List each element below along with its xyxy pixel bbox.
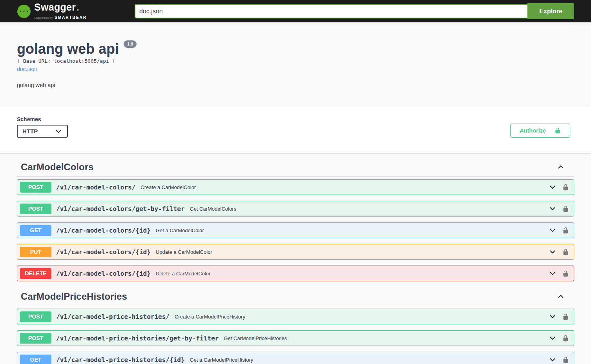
- swagger-logo-icon: {···}: [17, 4, 31, 18]
- explore-button[interactable]: Explore: [527, 3, 574, 19]
- method-badge: POST: [20, 333, 51, 344]
- method-badge: POST: [20, 204, 51, 214]
- unlocked-padlock-icon: [555, 127, 561, 134]
- chevron-down-icon[interactable]: [549, 313, 556, 320]
- method-badge: GET: [20, 355, 51, 364]
- chevron-down-icon[interactable]: [549, 269, 556, 277]
- svg-text:{···}: {···}: [17, 8, 31, 15]
- logo-supported-by: Supported by SMARTBEAR: [34, 13, 87, 20]
- swagger-logo[interactable]: {···} Swagger Supported by SMARTBEAR: [17, 2, 87, 20]
- operation-path: /v1/car-model-price-histories/: [56, 313, 170, 320]
- chevron-up-icon[interactable]: [557, 293, 565, 300]
- info-section: golang web api1.0 [ Base URL: localhost:…: [0, 22, 591, 107]
- api-description: golang web api: [17, 82, 574, 88]
- operation-row[interactable]: PUT /v1/car-model-colors/{id} Update a C…: [17, 244, 574, 260]
- tag-section: CarModelColors POST /v1/car-model-colors…: [17, 158, 574, 281]
- operation-row[interactable]: POST /v1/car-model-price-histories/ Crea…: [17, 309, 574, 324]
- operation-path: /v1/car-model-price-histories/{id}: [56, 356, 185, 364]
- unlocked-padlock-icon[interactable]: [562, 227, 569, 234]
- logo-trademark-dot: [77, 9, 78, 11]
- tag-header[interactable]: CarModelPriceHistories: [17, 287, 574, 306]
- chevron-down-icon[interactable]: [549, 356, 556, 364]
- method-badge: POST: [20, 311, 51, 322]
- api-title-text: golang web api: [17, 41, 119, 57]
- base-url: [ Base URL: localhost:5005/api ]: [17, 58, 574, 64]
- scheme-section: Schemes HTTP Authorize: [0, 107, 591, 153]
- operation-row[interactable]: GET /v1/car-model-colors/{id} Get a CarM…: [17, 222, 574, 238]
- chevron-down-icon[interactable]: [549, 205, 556, 213]
- topbar: {···} Swagger Supported by SMARTBEAR Exp…: [0, 0, 591, 22]
- chevron-down-icon[interactable]: [549, 334, 556, 342]
- spec-link[interactable]: doc.json: [17, 66, 37, 72]
- operation-row[interactable]: POST /v1/car-model-colors/ Create a CarM…: [17, 179, 574, 195]
- unlocked-padlock-icon[interactable]: [562, 249, 569, 255]
- operation-path: /v1/car-model-colors/{id}: [56, 270, 151, 277]
- operation-summary: Create a CarModelColor: [140, 184, 549, 190]
- operation-path: /v1/car-model-colors/: [56, 184, 135, 191]
- operation-path: /v1/car-model-colors/get-by-filter: [56, 205, 185, 213]
- operations-container: CarModelColors POST /v1/car-model-colors…: [17, 153, 574, 364]
- operation-list: POST /v1/car-model-price-histories/ Crea…: [17, 309, 574, 364]
- spec-url-form: Explore: [135, 3, 574, 19]
- operation-summary: Delete a CarModelColor: [156, 271, 549, 277]
- operation-path: /v1/car-model-colors/{id}: [56, 227, 151, 234]
- schemes-select[interactable]: HTTP: [17, 125, 68, 138]
- chevron-up-icon[interactable]: [557, 163, 565, 171]
- operation-list: POST /v1/car-model-colors/ Create a CarM…: [17, 179, 574, 281]
- chevron-down-icon[interactable]: [549, 183, 556, 191]
- unlocked-padlock-icon[interactable]: [562, 206, 569, 212]
- operation-row[interactable]: DELETE /v1/car-model-colors/{id} Delete …: [17, 266, 574, 281]
- schemes-label: Schemes: [17, 116, 68, 122]
- chevron-down-icon[interactable]: [549, 226, 556, 234]
- unlocked-padlock-icon[interactable]: [562, 184, 569, 191]
- chevron-down-icon[interactable]: [549, 248, 556, 256]
- method-badge: DELETE: [20, 268, 51, 279]
- tag-title: CarModelColors: [21, 162, 557, 173]
- operation-summary: Create a CarModelPriceHistory: [175, 314, 549, 320]
- operation-summary: Get a CarModelColor: [156, 228, 549, 233]
- api-title: golang web api1.0: [17, 40, 574, 57]
- operation-row[interactable]: GET /v1/car-model-price-histories/{id} G…: [17, 352, 574, 364]
- operation-path: /v1/car-model-price-histories/get-by-fil…: [56, 335, 219, 342]
- method-badge: POST: [20, 182, 51, 193]
- logo-title: Swagger: [34, 2, 76, 12]
- unlocked-padlock-icon[interactable]: [562, 313, 569, 320]
- version-badge: 1.0: [124, 40, 137, 48]
- spec-url-input[interactable]: [135, 4, 527, 18]
- unlocked-padlock-icon[interactable]: [562, 335, 569, 342]
- schemes-selected-value: HTTP: [22, 128, 38, 135]
- operation-row[interactable]: POST /v1/car-model-price-histories/get-b…: [17, 330, 574, 346]
- unlocked-padlock-icon[interactable]: [562, 270, 569, 277]
- operation-summary: Get CarModelPriceHistories: [224, 335, 549, 341]
- select-chevron-down-icon: [55, 127, 62, 135]
- operation-summary: Get CarModelColors: [190, 206, 549, 212]
- unlocked-padlock-icon[interactable]: [562, 357, 569, 363]
- operation-summary: Update a CarModelColor: [156, 249, 549, 255]
- tag-header[interactable]: CarModelColors: [17, 158, 574, 177]
- method-badge: PUT: [20, 247, 51, 257]
- tag-title: CarModelPriceHistories: [21, 291, 557, 302]
- operation-path: /v1/car-model-colors/{id}: [56, 248, 151, 256]
- authorize-button[interactable]: Authorize: [510, 124, 570, 138]
- operation-summary: Get a CarModelPriceHistory: [190, 357, 549, 363]
- operation-row[interactable]: POST /v1/car-model-colors/get-by-filter …: [17, 201, 574, 217]
- tag-section: CarModelPriceHistories POST /v1/car-mode…: [17, 287, 574, 364]
- method-badge: GET: [20, 225, 51, 236]
- authorize-label: Authorize: [520, 127, 546, 134]
